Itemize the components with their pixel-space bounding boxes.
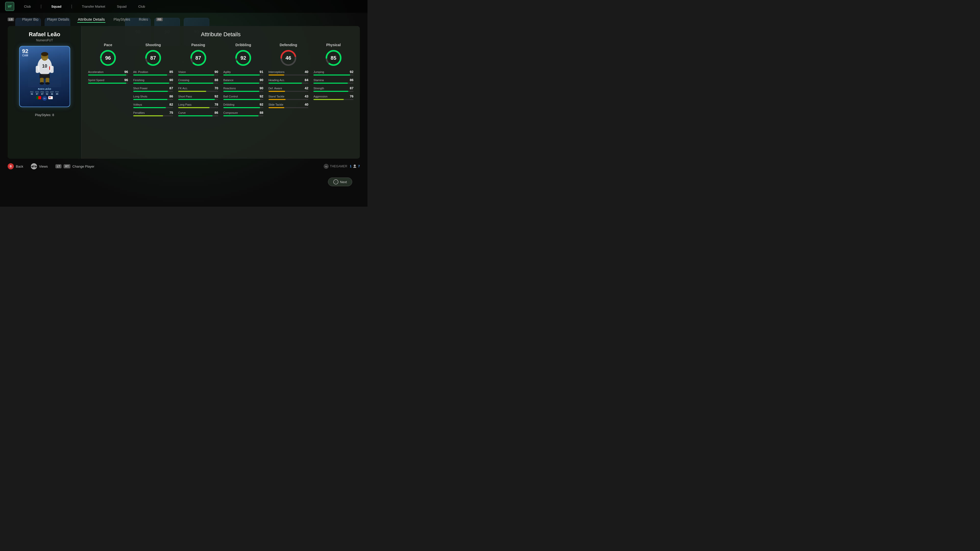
card-flags: SA [37, 96, 53, 101]
attr-label-4-0: Interceptions [269, 70, 285, 73]
attr-bar-2-2 [178, 91, 218, 92]
attr-row-3-3: Ball Control 92 [223, 94, 263, 100]
tab-player-details[interactable]: Player Details [46, 16, 69, 22]
category-header-5: Physical 85 [325, 43, 342, 67]
attr-label-1-4: Volleys [133, 103, 142, 106]
attr-row-4-0: Interceptions 40 [269, 70, 309, 76]
tab-bar: LB Player Bio Player Details Attribute D… [0, 14, 368, 25]
attr-label-3-1: Balance [223, 79, 234, 82]
attr-bar-fill-5-3 [313, 99, 344, 100]
attr-bar-fill-2-4 [178, 107, 209, 108]
svg-rect-11 [49, 66, 50, 70]
attr-value-3-2: 90 [259, 86, 263, 90]
attr-value-2-5: 86 [215, 111, 218, 114]
attr-value-3-5: 88 [259, 111, 263, 114]
attr-list-5: Jumping 92 Stamina 86 [313, 70, 353, 100]
attr-bar-4-4 [269, 107, 309, 108]
change-player-label: Change Player [73, 165, 94, 168]
back-nav-item[interactable]: B Back [8, 163, 23, 169]
attr-list-3: Agility 91 Balance 90 [223, 70, 263, 116]
card-position: CAM [22, 54, 28, 57]
category-header-2: Passing 87 [189, 43, 207, 67]
nav-item-transfer[interactable]: Transfer Market [80, 3, 107, 10]
tab-player-bio[interactable]: Player Bio [22, 16, 39, 22]
attr-bar-fill-4-1 [269, 83, 302, 84]
attr-bar-5-0 [313, 75, 353, 76]
attr-bar-fill-4-3 [269, 99, 286, 100]
attr-label-1-2: Shot Power [133, 87, 148, 90]
tab-roles[interactable]: Roles [138, 16, 148, 22]
attr-value-2-0: 90 [215, 70, 218, 74]
tab-attribute-details[interactable]: Attribute Details [77, 16, 105, 23]
flag-england [48, 96, 53, 99]
tab-playstyles[interactable]: PlayStyles [113, 16, 130, 22]
attr-value-5-0: 92 [350, 70, 353, 74]
attr-bar-fill-1-4 [133, 107, 166, 108]
flag-portugal [37, 96, 41, 99]
attr-value-1-1: 90 [169, 78, 173, 82]
user-icon [353, 164, 357, 168]
attr-bar-fill-1-5 [133, 115, 163, 116]
svg-point-26 [354, 165, 356, 167]
card-stat-def: DEF 46 [50, 91, 54, 95]
attr-label-1-3: Long Shots [133, 95, 148, 98]
attr-label-5-3: Aggression [313, 95, 328, 98]
svg-point-7 [40, 82, 44, 85]
attr-row-2-3: Short Pass 92 [178, 94, 218, 100]
attr-label-0-0: Acceleration [88, 70, 103, 73]
attr-bar-3-2 [223, 91, 263, 92]
player-bio-panel: Rafael Leão NumeroFUT 92 CAM 10 [8, 26, 82, 159]
attr-value-1-2: 87 [169, 86, 173, 90]
attr-bar-fill-0-1 [88, 83, 126, 84]
svg-rect-10 [50, 66, 54, 73]
attr-label-3-0: Agility [223, 70, 231, 73]
attr-bar-4-3 [269, 99, 309, 100]
category-name-4: Defending [280, 43, 297, 47]
svg-rect-9 [36, 66, 39, 73]
attr-row-2-0: Vision 90 [178, 70, 218, 76]
attr-bar-5-3 [313, 99, 353, 100]
attr-value-1-3: 86 [169, 94, 173, 98]
attr-bar-fill-0-0 [88, 75, 126, 76]
attr-bar-1-0 [133, 75, 173, 76]
attr-bar-2-4 [178, 107, 218, 108]
attr-value-4-2: 42 [305, 86, 308, 90]
attr-bar-5-1 [313, 83, 353, 84]
attr-bar-1-2 [133, 91, 173, 92]
svg-point-8 [45, 82, 50, 85]
nav-item-club-2[interactable]: Club [136, 3, 147, 10]
attr-value-4-0: 40 [305, 70, 308, 74]
nav-item-squad[interactable]: Squad [49, 3, 64, 10]
category-shooting: Shooting 87 Att. Position 85 [133, 43, 173, 116]
nav-item-club[interactable]: Club [22, 3, 33, 10]
attr-bar-0-1 [88, 83, 128, 84]
change-player-nav-item[interactable]: LT RT Change Player [56, 164, 94, 168]
attr-label-2-2: FK Acc. [178, 87, 188, 90]
attr-bar-fill-3-3 [223, 99, 260, 100]
next-button[interactable]: ○ Next [328, 178, 352, 186]
circle-progress-5: 85 [325, 49, 342, 67]
attr-value-2-4: 78 [215, 103, 218, 106]
back-label: Back [16, 165, 23, 168]
attr-value-5-3: 76 [350, 94, 353, 98]
attr-bar-fill-3-1 [223, 83, 259, 84]
attr-row-0-1: Sprint Speed 96 [88, 78, 128, 84]
attr-bar-2-3 [178, 99, 218, 100]
attr-value-4-4: 40 [305, 103, 308, 106]
attr-list-0: Acceleration 96 Sprint Speed 96 [88, 70, 128, 84]
attr-label-2-0: Vision [178, 70, 186, 73]
attr-label-3-3: Ball Control [223, 95, 238, 98]
attr-value-3-3: 92 [259, 94, 263, 98]
attr-value-4-1: 84 [305, 78, 308, 82]
attr-label-2-4: Long Pass [178, 103, 191, 106]
attr-bar-3-1 [223, 83, 263, 84]
card-player-image: 10 [28, 49, 61, 87]
nav-item-squad-2[interactable]: Squad [115, 3, 129, 10]
attr-bar-fill-2-3 [178, 99, 215, 100]
attr-value-3-4: 92 [259, 103, 263, 106]
attr-label-1-1: Finishing [133, 79, 145, 82]
views-label: Views [39, 165, 48, 168]
views-nav-item[interactable]: ◀R▶ Views [31, 163, 48, 169]
circle-progress-3: 92 [234, 49, 252, 67]
attr-bar-fill-1-1 [133, 83, 169, 84]
